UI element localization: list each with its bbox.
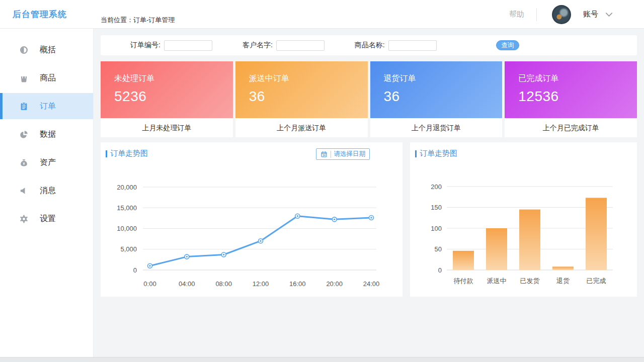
search-field-label: 商品名称: [355,41,385,50]
search-input-0[interactable] [164,40,212,51]
stat-card-footer: 上个月派送订单 [235,118,368,137]
sidebar-item-label: 订单 [40,101,56,112]
date-picker-divider [331,151,331,158]
svg-text:50: 50 [435,245,442,253]
svg-text:待付款: 待付款 [454,277,473,285]
svg-text:10,000: 10,000 [117,225,137,232]
stat-card-value: 5236 [114,88,233,105]
stat-card-footer: 上个月退货订单 [370,118,503,137]
header-divider [536,8,537,21]
sidebar-item-label: 数据 [40,129,56,140]
line-panel-header: 订单走势图 24 请选择日期 [101,142,403,162]
stat-card-title: 派送中订单 [249,73,368,84]
svg-text:¥: ¥ [23,162,25,166]
svg-text:5,000: 5,000 [120,245,137,253]
search-input-1[interactable] [276,40,325,51]
svg-text:08:00: 08:00 [215,280,232,288]
stat-card-gradient: 退货订单36 [370,61,503,118]
stat-card-value: 36 [384,88,503,105]
sidebar-item-assets[interactable]: ¥资产 [0,149,93,175]
stat-card-value: 12536 [518,88,637,105]
app-root: 后台管理系统 当前位置：订单-订单管理 帮助 账号 概括商品订单数据¥资产消息设… [0,0,644,362]
stat-card-gradient: 派送中订单36 [235,61,368,118]
chevron-down-icon[interactable] [605,12,613,17]
header: 后台管理系统 当前位置：订单-订单管理 帮助 账号 [0,0,644,29]
sidebar-item-label: 概括 [40,45,56,55]
search-field-label: 客户名字: [243,41,273,50]
svg-text:24:00: 24:00 [363,280,380,288]
messages-icon [19,186,29,196]
sidebar-item-label: 消息 [40,186,56,196]
svg-text:15,000: 15,000 [117,204,137,212]
date-picker-label: 请选择日期 [334,150,366,158]
search-field-group: 订单编号: [130,40,212,51]
help-link[interactable]: 帮助 [509,10,524,19]
sidebar: 概括商品订单数据¥资产消息设置 [0,29,94,357]
stat-card: 退货订单36上个月退货订单 [370,61,503,137]
sidebar-item-label: 商品 [40,73,56,83]
search-input-2[interactable] [388,40,437,51]
orders-icon [19,102,29,111]
svg-text:100: 100 [431,225,442,232]
stat-card-value: 36 [249,88,368,105]
line-chart-panel: 订单走势图 24 请选择日期 05,00010,00015,00020,0000… [101,142,403,297]
stat-card-title: 已完成订单 [518,73,637,84]
sidebar-item-overview[interactable]: 概括 [0,37,93,63]
search-panel: 订单编号:客户名字:商品名称:查询 [101,35,637,55]
search-field-label: 订单编号: [130,41,160,50]
settings-icon [19,214,29,224]
sidebar-item-settings[interactable]: 设置 [0,206,93,232]
svg-text:已发货: 已发货 [520,277,540,285]
date-picker-button[interactable]: 24 请选择日期 [316,148,370,160]
svg-text:24: 24 [323,154,326,156]
search-submit-button[interactable]: 查询 [496,40,519,50]
svg-text:16:00: 16:00 [289,280,306,288]
bar-panel-title-text: 订单走势图 [420,149,457,158]
sidebar-item-orders[interactable]: 订单 [0,93,93,119]
svg-text:派送中: 派送中 [487,277,507,285]
title-accent-bar [415,150,417,157]
svg-text:已完成: 已完成 [587,277,606,285]
data-icon [19,130,29,139]
stat-card-title: 退货订单 [384,73,503,84]
account-label[interactable]: 账号 [583,10,598,19]
svg-text:200: 200 [431,183,442,191]
avatar[interactable] [552,5,571,24]
stat-card-footer: 上月未处理订单 [101,118,233,137]
stat-card-gradient: 未处理订单5236 [101,61,233,118]
svg-text:0: 0 [438,266,442,274]
svg-text:0:00: 0:00 [143,280,156,288]
stat-card-footer: 上个月已完成订单 [505,118,637,137]
title-accent-bar [106,150,107,157]
line-panel-title-text: 订单走势图 [110,149,148,158]
bar-chart-panel: 订单走势图 050100150200待付款派送中已发货退货已完成 [410,142,637,297]
stat-card-gradient: 已完成订单12536 [505,61,637,118]
svg-text:20,000: 20,000 [117,184,137,191]
sidebar-item-label: 设置 [40,214,56,224]
sidebar-item-products[interactable]: 商品 [0,65,93,91]
search-field-group: 商品名称: [355,40,437,51]
svg-text:退货: 退货 [556,277,570,285]
stat-cards-row: 未处理订单5236上月未处理订单派送中订单36上个月派送订单退货订单36上个月退… [101,61,637,137]
assets-icon: ¥ [19,158,29,167]
search-field-group: 客户名字: [243,40,325,51]
stat-card: 未处理订单5236上月未处理订单 [101,61,233,137]
svg-text:0: 0 [133,266,137,274]
header-right: 帮助 账号 [509,0,613,29]
line-chart: 05,00010,00015,00020,0000:0004:0008:0012… [101,168,403,294]
stat-card: 派送中订单36上个月派送订单 [235,61,368,137]
sidebar-item-data[interactable]: 数据 [0,121,93,147]
svg-text:04:00: 04:00 [179,280,195,288]
stat-card: 已完成订单12536上个月已完成订单 [505,61,637,137]
app-logo: 后台管理系统 [13,0,67,29]
bar-panel-title: 订单走势图 [415,149,632,158]
calendar-icon: 24 [320,151,328,158]
sidebar-item-label: 资产 [40,157,56,168]
bottom-strip [0,357,644,362]
products-icon [19,73,29,83]
svg-text:12:00: 12:00 [253,280,269,288]
svg-text:20:00: 20:00 [326,280,343,288]
breadcrumb: 当前位置：订单-订单管理 [101,16,175,25]
svg-text:150: 150 [431,204,442,211]
sidebar-item-messages[interactable]: 消息 [0,177,93,204]
